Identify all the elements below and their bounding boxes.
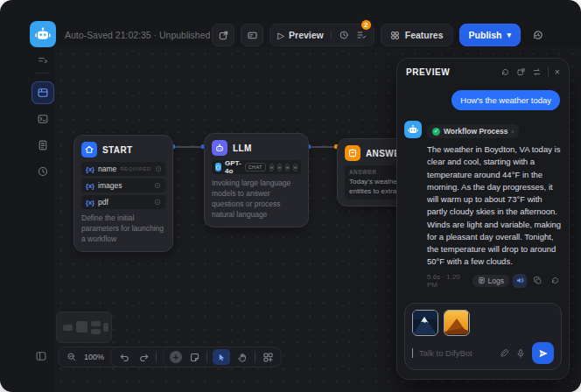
- required-badge: REQUIRED: [120, 166, 151, 172]
- app-logo[interactable]: [30, 21, 56, 47]
- logs-button[interactable]: Logs: [472, 275, 509, 287]
- workflow-process-toggle[interactable]: ✓ Workflow Process ›: [427, 124, 519, 138]
- bot-answer-text: The weather in Boydton, VA today is clea…: [427, 144, 562, 269]
- text-cursor: [412, 348, 413, 358]
- sidebar-item-api[interactable]: [32, 134, 54, 157]
- close-icon[interactable]: ×: [555, 67, 560, 77]
- node-start[interactable]: START {x} name REQUIRED {x} images {x} p…: [74, 135, 173, 252]
- publish-button[interactable]: Publish ▾: [459, 24, 521, 46]
- attached-image-sunset-mountain[interactable]: [444, 310, 470, 336]
- organize-blocks-icon[interactable]: [261, 350, 275, 364]
- variable-icon: {x}: [86, 165, 94, 173]
- capability-icon: [293, 164, 298, 172]
- start-node-title: START: [102, 145, 133, 155]
- zoom-out-icon[interactable]: [65, 350, 79, 364]
- edge-start-llm: [172, 146, 204, 148]
- voice-input-icon[interactable]: [515, 348, 526, 359]
- swap-panel-icon[interactable]: [532, 67, 542, 77]
- features-icon: [390, 31, 400, 40]
- success-check-icon: ✓: [432, 128, 440, 136]
- llm-model-row[interactable]: GPT-4o CHAT: [212, 160, 301, 174]
- regenerate-button[interactable]: [548, 274, 562, 288]
- answer-node-icon: [345, 145, 360, 161]
- capability-icon: [285, 164, 290, 172]
- api-card-button[interactable]: [241, 24, 263, 46]
- start-node-description: Define the initial parameters for launch…: [81, 214, 165, 245]
- llm-node-description: Invoking large language models to answer…: [212, 178, 301, 220]
- attach-file-icon[interactable]: [499, 348, 509, 359]
- bot-avatar: [404, 121, 422, 138]
- chat-mode-badge: CHAT: [245, 163, 266, 172]
- preview-button[interactable]: ▷ Preview: [277, 30, 323, 40]
- checklist-badge: 2: [360, 19, 372, 31]
- llm-node-icon: [212, 140, 228, 156]
- send-button[interactable]: [532, 342, 554, 364]
- open-in-new-icon[interactable]: [516, 67, 526, 77]
- app-window: START {x} name REQUIRED {x} images {x} p…: [0, 0, 581, 392]
- chat-input-box: [404, 303, 562, 370]
- sidebar-item-logs[interactable]: [32, 160, 54, 183]
- redo-icon[interactable]: [136, 350, 150, 364]
- variable-icon: {x}: [86, 182, 94, 190]
- version-history-button[interactable]: [527, 24, 550, 46]
- pointer-mode-button[interactable]: [213, 349, 230, 365]
- chevron-down-icon: ▾: [507, 31, 511, 39]
- copy-button[interactable]: [530, 274, 544, 288]
- checklist-icon[interactable]: [356, 30, 367, 40]
- run-controls-group: ▷ Preview 2: [270, 24, 374, 46]
- start-node-icon: [81, 142, 97, 158]
- speak-aloud-button[interactable]: [513, 274, 527, 288]
- undo-icon[interactable]: [117, 350, 131, 364]
- open-external-button[interactable]: [212, 24, 234, 46]
- collapse-panel-icon[interactable]: [35, 350, 47, 362]
- user-message-bubble: How's the weather today: [452, 90, 560, 110]
- nav-list-icon[interactable]: [37, 54, 49, 66]
- start-field-pdf[interactable]: {x} pdf: [81, 195, 165, 209]
- model-name: GPT-4o: [225, 159, 242, 175]
- sidebar-item-orchestrate[interactable]: [32, 81, 54, 104]
- field-type-icon: [154, 199, 161, 206]
- features-button[interactable]: Features: [381, 24, 453, 46]
- start-field-name[interactable]: {x} name REQUIRED: [81, 162, 165, 176]
- capability-icon: [277, 164, 282, 172]
- zoom-level[interactable]: 100%: [84, 353, 104, 361]
- preview-panel: PREVIEW × How's the weather today ✓: [396, 58, 570, 380]
- add-note-icon[interactable]: [187, 350, 201, 364]
- hand-mode-button[interactable]: [235, 350, 249, 364]
- message-meta: 5.6s · 1:20 PM: [427, 273, 472, 289]
- preview-title: PREVIEW: [406, 67, 450, 77]
- llm-node-title: LLM: [233, 144, 252, 153]
- gpt-4o-model-icon: [215, 163, 221, 172]
- play-icon: ▷: [277, 31, 284, 40]
- chat-input[interactable]: [419, 348, 493, 358]
- node-llm[interactable]: LLM GPT-4o CHAT Invoking large language …: [204, 133, 309, 228]
- restart-chat-icon[interactable]: [500, 67, 510, 77]
- field-type-icon: [155, 165, 162, 172]
- start-field-images[interactable]: {x} images: [81, 178, 165, 192]
- add-block-button[interactable]: +: [170, 351, 182, 363]
- chevron-right-icon: ›: [512, 128, 514, 136]
- canvas-minimap[interactable]: [56, 312, 112, 343]
- run-history-icon[interactable]: [339, 30, 349, 40]
- capability-icon: [270, 164, 274, 172]
- sidebar-item-terminal[interactable]: [32, 108, 54, 130]
- attached-image-night-mountain[interactable]: [412, 310, 438, 336]
- edge-llm-answer: [308, 146, 337, 148]
- field-type-icon: [154, 182, 161, 189]
- variable-icon: {x}: [86, 199, 94, 206]
- autosave-status: Auto-Saved 21:02:35 · Unpublished: [65, 30, 210, 40]
